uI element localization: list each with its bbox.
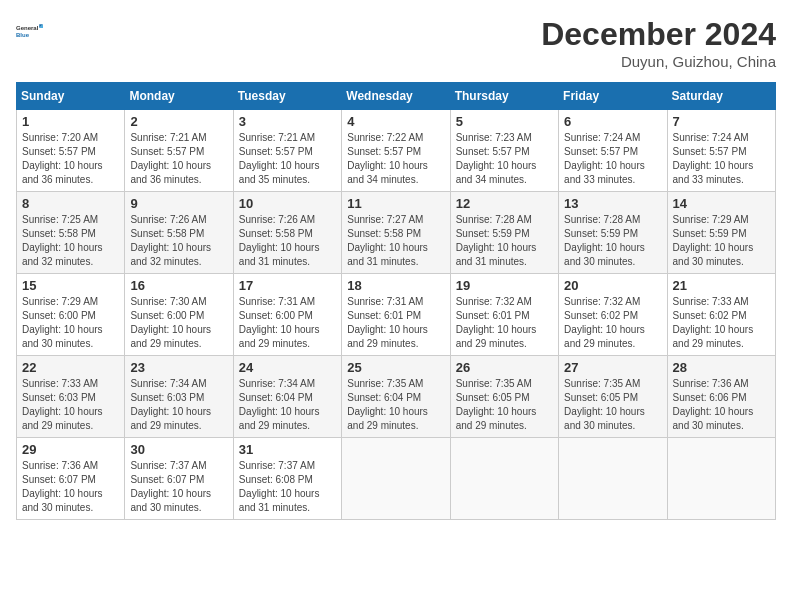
title-block: December 2024 Duyun, Guizhou, China bbox=[541, 16, 776, 70]
day-info: Sunrise: 7:31 AMSunset: 6:00 PMDaylight:… bbox=[239, 295, 336, 351]
calendar-day-cell: 29 Sunrise: 7:36 AMSunset: 6:07 PMDaylig… bbox=[17, 438, 125, 520]
calendar-day-cell: 19 Sunrise: 7:32 AMSunset: 6:01 PMDaylig… bbox=[450, 274, 558, 356]
day-number: 10 bbox=[239, 196, 336, 211]
calendar-day-cell: 23 Sunrise: 7:34 AMSunset: 6:03 PMDaylig… bbox=[125, 356, 233, 438]
day-number: 12 bbox=[456, 196, 553, 211]
day-number: 5 bbox=[456, 114, 553, 129]
day-info: Sunrise: 7:29 AMSunset: 5:59 PMDaylight:… bbox=[673, 213, 770, 269]
calendar-day-cell: 11 Sunrise: 7:27 AMSunset: 5:58 PMDaylig… bbox=[342, 192, 450, 274]
day-info: Sunrise: 7:26 AMSunset: 5:58 PMDaylight:… bbox=[239, 213, 336, 269]
day-number: 21 bbox=[673, 278, 770, 293]
page-header: GeneralBlue December 2024 Duyun, Guizhou… bbox=[16, 16, 776, 70]
location: Duyun, Guizhou, China bbox=[541, 53, 776, 70]
calendar-header-row: SundayMondayTuesdayWednesdayThursdayFrid… bbox=[17, 83, 776, 110]
logo-icon: GeneralBlue bbox=[16, 16, 46, 46]
calendar-day-cell: 16 Sunrise: 7:30 AMSunset: 6:00 PMDaylig… bbox=[125, 274, 233, 356]
calendar-day-cell: 25 Sunrise: 7:35 AMSunset: 6:04 PMDaylig… bbox=[342, 356, 450, 438]
calendar-day-cell bbox=[342, 438, 450, 520]
svg-text:General: General bbox=[16, 25, 39, 31]
day-info: Sunrise: 7:24 AMSunset: 5:57 PMDaylight:… bbox=[673, 131, 770, 187]
day-info: Sunrise: 7:32 AMSunset: 6:01 PMDaylight:… bbox=[456, 295, 553, 351]
calendar-day-cell: 3 Sunrise: 7:21 AMSunset: 5:57 PMDayligh… bbox=[233, 110, 341, 192]
calendar-day-cell: 13 Sunrise: 7:28 AMSunset: 5:59 PMDaylig… bbox=[559, 192, 667, 274]
svg-text:Blue: Blue bbox=[16, 32, 30, 38]
calendar-day-header: Wednesday bbox=[342, 83, 450, 110]
calendar-table: SundayMondayTuesdayWednesdayThursdayFrid… bbox=[16, 82, 776, 520]
day-info: Sunrise: 7:28 AMSunset: 5:59 PMDaylight:… bbox=[564, 213, 661, 269]
calendar-day-cell bbox=[667, 438, 775, 520]
day-number: 27 bbox=[564, 360, 661, 375]
calendar-day-cell: 12 Sunrise: 7:28 AMSunset: 5:59 PMDaylig… bbox=[450, 192, 558, 274]
calendar-day-cell: 18 Sunrise: 7:31 AMSunset: 6:01 PMDaylig… bbox=[342, 274, 450, 356]
day-info: Sunrise: 7:32 AMSunset: 6:02 PMDaylight:… bbox=[564, 295, 661, 351]
day-info: Sunrise: 7:36 AMSunset: 6:06 PMDaylight:… bbox=[673, 377, 770, 433]
calendar-day-cell: 10 Sunrise: 7:26 AMSunset: 5:58 PMDaylig… bbox=[233, 192, 341, 274]
calendar-week-row: 1 Sunrise: 7:20 AMSunset: 5:57 PMDayligh… bbox=[17, 110, 776, 192]
calendar-day-header: Tuesday bbox=[233, 83, 341, 110]
day-number: 30 bbox=[130, 442, 227, 457]
month-title: December 2024 bbox=[541, 16, 776, 53]
calendar-day-cell: 9 Sunrise: 7:26 AMSunset: 5:58 PMDayligh… bbox=[125, 192, 233, 274]
day-info: Sunrise: 7:31 AMSunset: 6:01 PMDaylight:… bbox=[347, 295, 444, 351]
day-number: 11 bbox=[347, 196, 444, 211]
calendar-day-cell: 31 Sunrise: 7:37 AMSunset: 6:08 PMDaylig… bbox=[233, 438, 341, 520]
day-number: 29 bbox=[22, 442, 119, 457]
day-info: Sunrise: 7:34 AMSunset: 6:04 PMDaylight:… bbox=[239, 377, 336, 433]
day-number: 18 bbox=[347, 278, 444, 293]
calendar-day-cell: 2 Sunrise: 7:21 AMSunset: 5:57 PMDayligh… bbox=[125, 110, 233, 192]
calendar-day-cell: 14 Sunrise: 7:29 AMSunset: 5:59 PMDaylig… bbox=[667, 192, 775, 274]
day-number: 13 bbox=[564, 196, 661, 211]
day-info: Sunrise: 7:21 AMSunset: 5:57 PMDaylight:… bbox=[239, 131, 336, 187]
day-info: Sunrise: 7:27 AMSunset: 5:58 PMDaylight:… bbox=[347, 213, 444, 269]
day-info: Sunrise: 7:28 AMSunset: 5:59 PMDaylight:… bbox=[456, 213, 553, 269]
day-info: Sunrise: 7:34 AMSunset: 6:03 PMDaylight:… bbox=[130, 377, 227, 433]
day-number: 9 bbox=[130, 196, 227, 211]
calendar-day-cell: 7 Sunrise: 7:24 AMSunset: 5:57 PMDayligh… bbox=[667, 110, 775, 192]
calendar-day-cell: 5 Sunrise: 7:23 AMSunset: 5:57 PMDayligh… bbox=[450, 110, 558, 192]
day-number: 19 bbox=[456, 278, 553, 293]
day-info: Sunrise: 7:37 AMSunset: 6:08 PMDaylight:… bbox=[239, 459, 336, 515]
day-number: 23 bbox=[130, 360, 227, 375]
day-number: 26 bbox=[456, 360, 553, 375]
calendar-week-row: 22 Sunrise: 7:33 AMSunset: 6:03 PMDaylig… bbox=[17, 356, 776, 438]
calendar-day-cell: 24 Sunrise: 7:34 AMSunset: 6:04 PMDaylig… bbox=[233, 356, 341, 438]
day-number: 6 bbox=[564, 114, 661, 129]
day-number: 22 bbox=[22, 360, 119, 375]
calendar-week-row: 29 Sunrise: 7:36 AMSunset: 6:07 PMDaylig… bbox=[17, 438, 776, 520]
day-number: 8 bbox=[22, 196, 119, 211]
calendar-day-header: Thursday bbox=[450, 83, 558, 110]
calendar-day-cell bbox=[559, 438, 667, 520]
day-number: 31 bbox=[239, 442, 336, 457]
day-info: Sunrise: 7:24 AMSunset: 5:57 PMDaylight:… bbox=[564, 131, 661, 187]
calendar-day-cell: 17 Sunrise: 7:31 AMSunset: 6:00 PMDaylig… bbox=[233, 274, 341, 356]
day-number: 14 bbox=[673, 196, 770, 211]
day-number: 24 bbox=[239, 360, 336, 375]
calendar-day-cell: 1 Sunrise: 7:20 AMSunset: 5:57 PMDayligh… bbox=[17, 110, 125, 192]
calendar-day-header: Saturday bbox=[667, 83, 775, 110]
day-info: Sunrise: 7:20 AMSunset: 5:57 PMDaylight:… bbox=[22, 131, 119, 187]
calendar-day-cell: 28 Sunrise: 7:36 AMSunset: 6:06 PMDaylig… bbox=[667, 356, 775, 438]
calendar-day-cell: 20 Sunrise: 7:32 AMSunset: 6:02 PMDaylig… bbox=[559, 274, 667, 356]
calendar-day-cell bbox=[450, 438, 558, 520]
calendar-day-cell: 30 Sunrise: 7:37 AMSunset: 6:07 PMDaylig… bbox=[125, 438, 233, 520]
calendar-day-cell: 22 Sunrise: 7:33 AMSunset: 6:03 PMDaylig… bbox=[17, 356, 125, 438]
day-number: 17 bbox=[239, 278, 336, 293]
day-info: Sunrise: 7:37 AMSunset: 6:07 PMDaylight:… bbox=[130, 459, 227, 515]
day-info: Sunrise: 7:35 AMSunset: 6:04 PMDaylight:… bbox=[347, 377, 444, 433]
day-info: Sunrise: 7:33 AMSunset: 6:03 PMDaylight:… bbox=[22, 377, 119, 433]
calendar-day-header: Friday bbox=[559, 83, 667, 110]
day-number: 25 bbox=[347, 360, 444, 375]
calendar-week-row: 8 Sunrise: 7:25 AMSunset: 5:58 PMDayligh… bbox=[17, 192, 776, 274]
day-info: Sunrise: 7:21 AMSunset: 5:57 PMDaylight:… bbox=[130, 131, 227, 187]
day-info: Sunrise: 7:25 AMSunset: 5:58 PMDaylight:… bbox=[22, 213, 119, 269]
day-number: 15 bbox=[22, 278, 119, 293]
calendar-day-cell: 8 Sunrise: 7:25 AMSunset: 5:58 PMDayligh… bbox=[17, 192, 125, 274]
calendar-day-cell: 15 Sunrise: 7:29 AMSunset: 6:00 PMDaylig… bbox=[17, 274, 125, 356]
day-info: Sunrise: 7:29 AMSunset: 6:00 PMDaylight:… bbox=[22, 295, 119, 351]
calendar-day-header: Sunday bbox=[17, 83, 125, 110]
day-info: Sunrise: 7:33 AMSunset: 6:02 PMDaylight:… bbox=[673, 295, 770, 351]
day-number: 28 bbox=[673, 360, 770, 375]
day-number: 16 bbox=[130, 278, 227, 293]
day-number: 2 bbox=[130, 114, 227, 129]
day-info: Sunrise: 7:36 AMSunset: 6:07 PMDaylight:… bbox=[22, 459, 119, 515]
